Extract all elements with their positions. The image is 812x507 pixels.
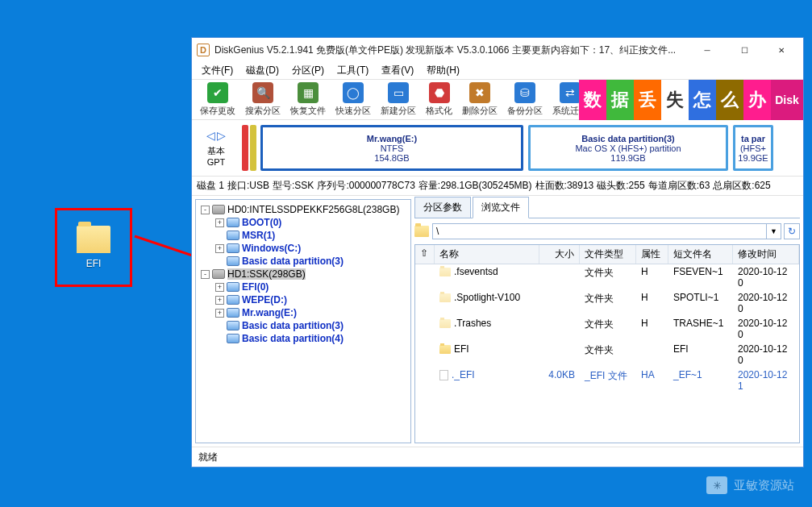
col-short[interactable]: 短文件名 (668, 245, 733, 264)
tree-label: Basic data partition(3) (242, 256, 344, 267)
file-list[interactable]: ⇧ 名称 大小 文件类型 属性 短文件名 修改时间 .fseventsd文件夹H… (414, 244, 800, 443)
toolbar-button[interactable]: ✔保存更改 (195, 81, 240, 118)
tree-toggle[interactable]: + (215, 296, 224, 305)
tree-label: HD0:INTELSSDPEKKF256G8L(238GB) (227, 204, 399, 215)
next-bar-icon[interactable]: ▷ (217, 129, 226, 142)
toolbar-button[interactable]: ⛁备份分区 (502, 81, 548, 118)
diskgenius-window: D DiskGenius V5.2.1.941 免费版(单文件PE版) 发现新版… (191, 37, 804, 468)
tree-row[interactable]: Basic data partition(4) (198, 332, 409, 345)
folder-icon (414, 226, 429, 237)
tree-label: HD1:SSK(298GB) (227, 268, 306, 280)
tree-toggle[interactable]: + (215, 283, 224, 292)
partition-block[interactable]: Basic data partition(3)Mac OS X (HFS+) p… (528, 125, 728, 171)
disk-info: 磁盘 1 接口:USB 型号:SSK 序列号:000000778C73 容量:2… (192, 177, 803, 196)
wechat-icon: ✳ (706, 476, 727, 494)
watermark-text: 亚敏资源站 (734, 478, 794, 493)
tree-row[interactable]: Basic data partition(3) (198, 319, 409, 332)
tree-toggle[interactable]: + (215, 309, 224, 318)
tree-row[interactable]: Basic data partition(3) (198, 255, 409, 268)
promo-char: 丢 (634, 80, 661, 120)
desktop-efi-folder[interactable]: EFI (55, 208, 132, 287)
col-size[interactable]: 大小 (539, 245, 580, 264)
menu-item[interactable]: 分区(P) (285, 62, 331, 79)
close-button[interactable]: ✕ (763, 38, 800, 62)
tree-row[interactable]: -HD0:INTELSSDPEKKF256G8L(238GB) (198, 203, 409, 216)
tree-row[interactable]: +WEPE(D:) (198, 293, 409, 306)
up-button[interactable]: ⇧ (415, 245, 435, 264)
toolbar-button[interactable]: ▦恢复文件 (285, 81, 331, 118)
col-name[interactable]: 名称 (435, 245, 539, 264)
tree-label: Basic data partition(4) (242, 333, 344, 344)
folder-icon (439, 293, 451, 302)
menu-item[interactable]: 帮助(H) (420, 62, 466, 79)
folder-icon (439, 345, 451, 354)
tree-row[interactable]: +BOOT(0) (198, 216, 409, 229)
menu-item[interactable]: 查看(V) (375, 62, 420, 79)
toolbar-label: 格式化 (426, 105, 452, 117)
toolbar: ✔保存更改🔍搜索分区▦恢复文件◯快速分区▭新建分区⬣格式化✖删除分区⛁备份分区⇄… (192, 80, 803, 120)
tab-params[interactable]: 分区参数 (414, 197, 471, 218)
folder-icon (77, 226, 110, 253)
disk-tree[interactable]: -HD0:INTELSSDPEKKF256G8L(238GB)+BOOT(0)M… (195, 199, 411, 443)
toolbar-icon: 🔍 (252, 82, 273, 103)
file-name: .fseventsd (454, 266, 498, 277)
tree-row[interactable]: -HD1:SSK(298GB) (198, 268, 409, 281)
file-row[interactable]: .Spotlight-V100文件夹HSPOTLI~12020-10-12 0 (415, 290, 799, 316)
disk-scheme-label: GPT (207, 157, 226, 167)
tree-row[interactable]: MSR(1) (198, 229, 409, 242)
partition-icon (227, 308, 239, 318)
file-row[interactable]: ._EFI4.0KB_EFI 文件HA_EF~12020-10-12 1 (415, 368, 799, 393)
tree-label: MSR(1) (242, 230, 275, 241)
col-attr[interactable]: 属性 (636, 245, 668, 264)
status-text: 就绪 (198, 451, 218, 464)
col-type[interactable]: 文件类型 (580, 245, 636, 264)
path-refresh-icon[interactable]: ↻ (784, 223, 800, 239)
file-row[interactable]: .fseventsd文件夹HFSEVEN~12020-10-12 0 (415, 264, 799, 290)
menu-item[interactable]: 磁盘(D) (239, 62, 285, 79)
toolbar-label: 恢复文件 (290, 105, 326, 117)
toolbar-button[interactable]: ⬣格式化 (421, 81, 457, 118)
path-dropdown[interactable]: ▼ (767, 223, 781, 239)
menu-item[interactable]: 工具(T) (331, 62, 375, 79)
tree-label: Mr.wang(E:) (242, 307, 297, 318)
partition-block[interactable]: ta par(HFS+19.9GE (733, 125, 773, 171)
promo-char: 办 (743, 80, 771, 120)
menu-item[interactable]: 文件(F) (195, 62, 239, 79)
file-row[interactable]: .Trashes文件夹HTRASHE~12020-10-12 0 (415, 316, 799, 342)
partition-fs: NTFS (381, 143, 404, 153)
prev-bar-icon[interactable]: ◁ (206, 129, 215, 142)
tree-row[interactable]: +Windows(C:) (198, 242, 409, 255)
maximize-button[interactable]: ☐ (726, 38, 763, 62)
tree-toggle[interactable]: + (215, 218, 224, 227)
toolbar-label: 搜索分区 (245, 105, 281, 117)
tree-toggle[interactable]: + (215, 244, 224, 253)
col-date[interactable]: 修改时间 (733, 245, 799, 264)
tree-toggle[interactable]: - (201, 206, 210, 214)
tree-row[interactable]: +Mr.wang(E:) (198, 306, 409, 319)
partition-strip: ◁ ▷ 基本 GPT Mr.wang(E:)NTFS154.8GBBasic d… (192, 120, 803, 177)
toolbar-button[interactable]: ▭新建分区 (376, 81, 421, 118)
tree-row[interactable]: +EFI(0) (198, 281, 409, 293)
tree-label: EFI(0) (242, 281, 269, 293)
toolbar-button[interactable]: ✖删除分区 (457, 81, 502, 118)
toolbar-label: 新建分区 (381, 105, 416, 117)
partition-title: Basic data partition(3) (581, 134, 675, 143)
file-row[interactable]: EFI文件夹EFI2020-10-12 0 (415, 342, 799, 368)
file-list-header: ⇧ 名称 大小 文件类型 属性 短文件名 修改时间 (415, 245, 799, 264)
partition-icon (227, 334, 239, 343)
strip-nav: ◁ ▷ 基本 GPT (192, 120, 240, 176)
tree-toggle[interactable]: - (201, 270, 210, 279)
minimize-button[interactable]: ─ (689, 38, 726, 62)
toolbar-button[interactable]: ◯快速分区 (331, 81, 376, 118)
path-input[interactable] (432, 223, 767, 239)
app-icon: D (197, 44, 210, 56)
toolbar-icon: ✔ (207, 82, 228, 103)
partition-block[interactable]: Mr.wang(E:)NTFS154.8GB (260, 125, 523, 171)
toolbar-button[interactable]: 🔍搜索分区 (240, 81, 285, 118)
tab-browse[interactable]: 浏览文件 (473, 197, 529, 218)
partition-icon (227, 295, 239, 305)
toolbar-icon: ✖ (469, 82, 490, 103)
partition-title: Mr.wang(E:) (367, 134, 417, 143)
partition-size: 154.8GB (374, 153, 409, 163)
tree-label: Windows(C:) (242, 243, 301, 254)
